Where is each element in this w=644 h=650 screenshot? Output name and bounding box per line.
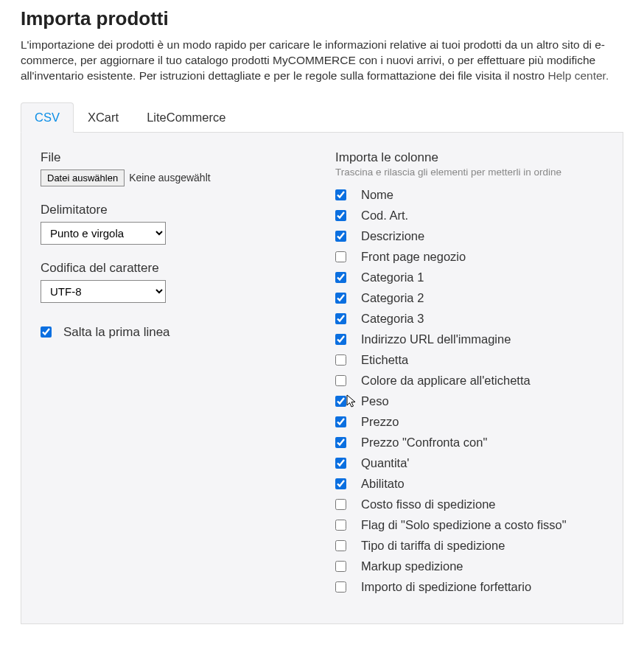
column-item[interactable]: Indirizzo URL dell'immagine bbox=[335, 332, 603, 346]
column-item[interactable]: Peso bbox=[335, 394, 603, 408]
column-item[interactable]: Categoria 2 bbox=[335, 291, 603, 305]
column-item[interactable]: Markup spedizione bbox=[335, 559, 603, 573]
tab-xcart[interactable]: XCart bbox=[74, 102, 133, 133]
skip-first-line-label: Salta la prima linea bbox=[63, 325, 170, 340]
delimiter-field: Delimitatore Punto e virgola bbox=[41, 203, 306, 245]
columns-hint: Trascina e rilascia gli elementi per met… bbox=[335, 167, 603, 178]
encoding-label: Codifica del carattere bbox=[41, 261, 306, 276]
encoding-select[interactable]: UTF-8 bbox=[41, 280, 166, 303]
column-label: Etichetta bbox=[361, 353, 408, 367]
columns-list: NomeCod. Art.DescrizioneFront page negoz… bbox=[335, 188, 603, 594]
column-item[interactable]: Importo di spedizione forfettario bbox=[335, 580, 603, 594]
skip-first-line-checkbox[interactable] bbox=[41, 326, 52, 338]
column-checkbox[interactable] bbox=[335, 540, 346, 551]
column-label: Prezzo "Confronta con" bbox=[361, 436, 487, 450]
column-item[interactable]: Categoria 3 bbox=[335, 312, 603, 326]
delimiter-select[interactable]: Punto e virgola bbox=[41, 222, 166, 245]
left-column: File Datei auswählen Keine ausgewählt De… bbox=[41, 150, 306, 594]
column-item[interactable]: Descrizione bbox=[335, 229, 603, 243]
column-label: Categoria 1 bbox=[361, 270, 424, 284]
column-checkbox[interactable] bbox=[335, 251, 346, 262]
column-checkbox[interactable] bbox=[335, 231, 346, 242]
column-label: Cod. Art. bbox=[361, 209, 408, 223]
column-checkbox[interactable] bbox=[335, 334, 346, 345]
right-column: Importa le colonne Trascina e rilascia g… bbox=[335, 150, 603, 594]
column-checkbox[interactable] bbox=[335, 375, 346, 386]
tabs: CSV XCart LiteCommerce bbox=[21, 102, 623, 133]
column-item[interactable]: Abilitato bbox=[335, 477, 603, 491]
column-label: Categoria 2 bbox=[361, 291, 424, 305]
columns-title: Importa le colonne bbox=[335, 150, 603, 165]
column-label: Abilitato bbox=[361, 477, 405, 491]
column-label: Descrizione bbox=[361, 229, 424, 243]
column-label: Importo di spedizione forfettario bbox=[361, 580, 531, 594]
column-item[interactable]: Categoria 1 bbox=[335, 270, 603, 284]
column-label: Categoria 3 bbox=[361, 312, 424, 326]
column-item[interactable]: Etichetta bbox=[335, 353, 603, 367]
column-item[interactable]: Quantita' bbox=[335, 456, 603, 470]
column-label: Nome bbox=[361, 188, 393, 202]
column-checkbox[interactable] bbox=[335, 272, 346, 283]
column-checkbox[interactable] bbox=[335, 396, 346, 407]
help-center-link[interactable]: Help center. bbox=[547, 69, 609, 82]
column-checkbox[interactable] bbox=[335, 189, 346, 200]
column-item[interactable]: Costo fisso di spedizione bbox=[335, 497, 603, 511]
column-item[interactable]: Prezzo bbox=[335, 415, 603, 429]
column-checkbox[interactable] bbox=[335, 354, 346, 366]
tab-csv[interactable]: CSV bbox=[21, 102, 74, 133]
column-checkbox[interactable] bbox=[335, 437, 346, 448]
column-label: Tipo di tariffa di spedizione bbox=[361, 539, 505, 553]
column-label: Front page negozio bbox=[361, 250, 466, 264]
tab-panel-csv: File Datei auswählen Keine ausgewählt De… bbox=[21, 133, 623, 624]
column-item[interactable]: Cod. Art. bbox=[335, 209, 603, 223]
file-status: Keine ausgewählt bbox=[129, 172, 211, 184]
encoding-field: Codifica del carattere UTF-8 bbox=[41, 261, 306, 303]
page-title: Importa prodotti bbox=[21, 7, 623, 30]
column-label: Peso bbox=[361, 394, 389, 408]
file-choose-button[interactable]: Datei auswählen bbox=[41, 170, 125, 186]
column-checkbox[interactable] bbox=[335, 581, 346, 593]
column-item[interactable]: Colore da applicare all'etichetta bbox=[335, 374, 603, 388]
column-checkbox[interactable] bbox=[335, 478, 346, 489]
column-item[interactable]: Flag di "Solo spedizione a costo fisso" bbox=[335, 518, 603, 532]
column-label: Prezzo bbox=[361, 415, 399, 429]
column-label: Colore da applicare all'etichetta bbox=[361, 374, 531, 388]
page-description: L'importazione dei prodotti è un modo ra… bbox=[21, 38, 623, 84]
column-label: Indirizzo URL dell'immagine bbox=[361, 332, 511, 346]
column-item[interactable]: Front page negozio bbox=[335, 250, 603, 264]
column-item[interactable]: Tipo di tariffa di spedizione bbox=[335, 539, 603, 553]
column-item[interactable]: Nome bbox=[335, 188, 603, 202]
column-checkbox[interactable] bbox=[335, 210, 346, 221]
delimiter-label: Delimitatore bbox=[41, 203, 306, 217]
column-checkbox[interactable] bbox=[335, 293, 346, 304]
column-checkbox[interactable] bbox=[335, 520, 346, 531]
column-checkbox[interactable] bbox=[335, 561, 346, 572]
column-checkbox[interactable] bbox=[335, 458, 346, 469]
column-checkbox[interactable] bbox=[335, 313, 346, 324]
column-label: Flag di "Solo spedizione a costo fisso" bbox=[361, 518, 567, 532]
skip-first-line-row[interactable]: Salta la prima linea bbox=[41, 325, 306, 340]
file-field: File Datei auswählen Keine ausgewählt bbox=[41, 150, 306, 186]
page-description-text: L'importazione dei prodotti è un modo ra… bbox=[21, 38, 605, 82]
column-checkbox[interactable] bbox=[335, 416, 346, 427]
column-item[interactable]: Prezzo "Confronta con" bbox=[335, 436, 603, 450]
column-label: Costo fisso di spedizione bbox=[361, 497, 496, 511]
file-label: File bbox=[41, 150, 306, 165]
tab-litecommerce[interactable]: LiteCommerce bbox=[133, 102, 239, 133]
column-label: Quantita' bbox=[361, 456, 410, 470]
column-label: Markup spedizione bbox=[361, 559, 463, 573]
column-checkbox[interactable] bbox=[335, 499, 346, 510]
